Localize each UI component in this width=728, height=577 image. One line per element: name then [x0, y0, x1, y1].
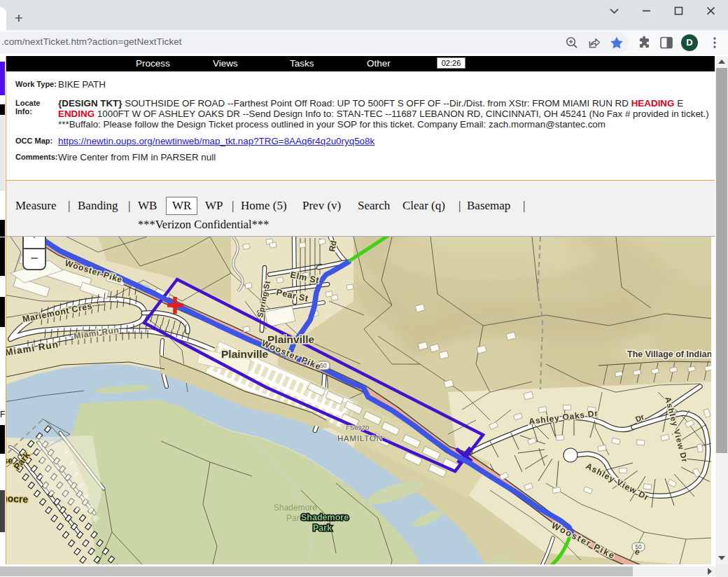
svg-text:Shademore: Shademore — [274, 503, 317, 513]
svg-text:Rd: Rd — [327, 239, 339, 252]
svg-text:The Village of Indian: The Village of Indian — [627, 349, 712, 359]
svg-text:Shademore: Shademore — [301, 513, 349, 522]
svg-text:HAMILTON: HAMILTON — [337, 434, 383, 443]
svg-text:Park: Park — [313, 523, 332, 533]
svg-text:Plainville: Plainville — [221, 348, 269, 360]
svg-text:nocre: nocre — [6, 492, 29, 505]
svg-text:FS0970: FS0970 — [346, 424, 369, 431]
